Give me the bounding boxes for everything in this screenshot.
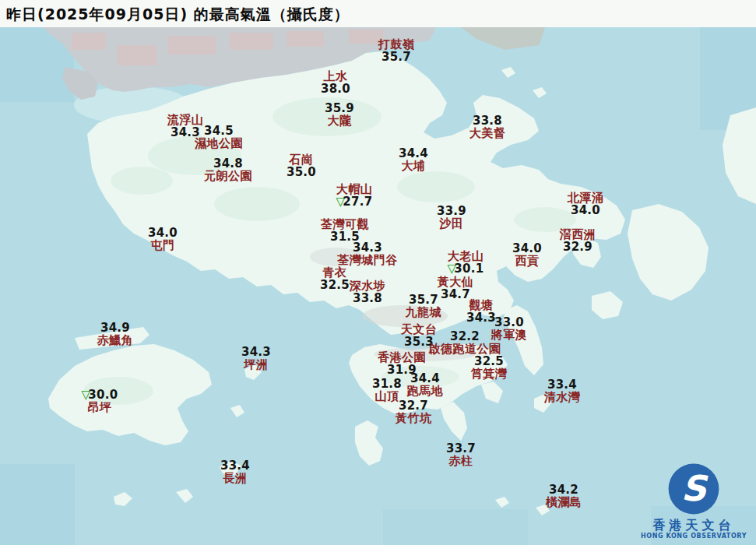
- station-temperature: 27.7: [343, 195, 372, 209]
- station-name: 長洲: [220, 472, 250, 484]
- station: 34.3 坪洲: [241, 346, 271, 371]
- svg-text:S: S: [681, 468, 709, 509]
- station-temp-line: 34.3: [337, 241, 398, 254]
- station-name: 香港公園: [378, 351, 426, 364]
- hko-logo: S 香港天文台 HONG KONG OBSERVATORY: [639, 461, 748, 540]
- station-temp-line: 33.4: [220, 459, 250, 472]
- station-temp-line: 34.0: [148, 227, 178, 239]
- station-name: 赤鱲角: [97, 334, 134, 346]
- station-name: 西貢: [512, 255, 542, 267]
- station-temp-line: 34.4: [399, 147, 428, 160]
- station: 33.9 沙田: [437, 205, 466, 230]
- station: 35.7 九龍城: [406, 294, 442, 318]
- station-temp-line: ▽30.0: [81, 389, 118, 401]
- station-temp-line: 32.5: [320, 279, 350, 291]
- station-name: 跑馬地: [407, 385, 444, 397]
- station: 33.7 赤柱: [446, 442, 476, 467]
- station-temp-line: 34.0: [568, 204, 604, 216]
- station: 北潭涌 34.0: [568, 192, 604, 216]
- station: 34.8 元朗公園: [204, 157, 252, 182]
- station-temp-line: 33.9: [437, 205, 466, 217]
- station-name: 青衣: [320, 266, 350, 279]
- station-name: 打鼓嶺: [378, 38, 415, 51]
- station-temperature: 30.1: [454, 262, 483, 276]
- station: 34.3 荃灣城門谷: [337, 241, 398, 266]
- station-name: 屯門: [148, 239, 178, 251]
- station-temp-line: 38.0: [321, 83, 350, 95]
- station-name: 將軍澳: [491, 329, 528, 341]
- station-name: 坪洲: [241, 358, 271, 371]
- station: 青衣 32.5: [320, 266, 350, 291]
- station: 34.0 屯門: [148, 227, 178, 251]
- station-temp-line: 35.7: [378, 51, 415, 63]
- station-name: 橫瀾島: [546, 496, 582, 508]
- station: 32.7 黃竹坑: [396, 399, 432, 424]
- station: ▽30.0 昂坪: [81, 389, 118, 413]
- station-name: 大埔: [399, 160, 428, 172]
- station-temperature: 32.5: [320, 278, 350, 292]
- station-temp-line: 35.0: [287, 166, 316, 178]
- station-name: 荃灣可觀: [321, 218, 369, 230]
- station-name: 黃大仙: [438, 276, 474, 288]
- station: 32.2 啟德跑道公園: [429, 330, 501, 355]
- station-name: 上水: [321, 70, 350, 83]
- max-temperature-map: 昨日(2025年09月05日) 的最高氣溫（攝氏度） 打鼓嶺 35.7 上水 3…: [0, 0, 756, 545]
- station-name: 九龍城: [406, 306, 442, 318]
- station: 33.4 清水灣: [544, 378, 581, 403]
- station: 34.2 橫瀾島: [546, 483, 582, 508]
- station-name: 滘西洲: [560, 228, 596, 241]
- station-temp-line: 34.3: [241, 346, 271, 358]
- station-temp-line: 34.2: [546, 483, 582, 496]
- station-name: 觀塘: [466, 299, 496, 311]
- station-name: 赤柱: [446, 455, 476, 467]
- station-temp-line: 35.7: [406, 294, 442, 306]
- station-temp-line: 32.9: [560, 241, 596, 253]
- hko-logo-english: HONG KONG OBSERVATORY: [639, 533, 748, 540]
- station-temp-line: 35.9: [325, 102, 354, 114]
- station: 打鼓嶺 35.7: [378, 38, 415, 63]
- station: 34.9 赤鱲角: [97, 322, 134, 346]
- station: 深水埗 33.8: [350, 280, 386, 304]
- station-temperature: 35.0: [287, 165, 316, 179]
- station-name: 沙田: [437, 217, 466, 230]
- station-name: 大老山: [447, 250, 483, 262]
- station: 34.0 西貢: [512, 242, 542, 267]
- station: 35.9 大隴: [325, 102, 354, 127]
- station: 33.8 大美督: [469, 114, 506, 139]
- station: 大老山 ▽30.1: [447, 250, 483, 275]
- station: 34.4 跑馬地: [407, 372, 444, 397]
- station-temperature: 33.8: [353, 291, 382, 305]
- station-temp-line: 34.9: [97, 322, 134, 334]
- station-name: 荃灣城門谷: [337, 254, 398, 266]
- hko-logo-chinese: 香港天文台: [639, 519, 748, 533]
- station-temperature: 35.7: [382, 50, 411, 64]
- station-temperature: 34.0: [571, 203, 600, 217]
- hko-logo-icon: S: [666, 461, 722, 517]
- station: 黃大仙 34.7: [438, 276, 474, 301]
- station-temp-line: 33.0: [491, 316, 528, 329]
- station-name: 元朗公園: [204, 170, 252, 182]
- station: 滘西洲 32.9: [560, 228, 596, 253]
- station-name: 昂坪: [81, 401, 118, 413]
- station-name: 濕地公園: [195, 137, 243, 149]
- station-temp-line: 31.8: [372, 378, 402, 390]
- station-name: 石崗: [287, 153, 316, 166]
- station-name: 大隴: [325, 114, 354, 127]
- station-temp-line: 32.2: [429, 330, 501, 343]
- station-temp-line: 32.7: [396, 399, 432, 412]
- station: 34.4 大埔: [399, 147, 428, 172]
- station-name: 北潭涌: [568, 192, 604, 204]
- station-temp-line: 33.8: [350, 292, 386, 304]
- station-temp-line: 33.8: [469, 114, 506, 127]
- station: 33.4 長洲: [220, 459, 250, 484]
- station-name: 深水埗: [350, 280, 386, 292]
- station-name: 筲箕灣: [471, 367, 508, 380]
- station-name: 黃竹坑: [396, 412, 432, 424]
- station-temp-line: 32.5: [471, 355, 508, 367]
- station-temp-line: 34.4: [407, 372, 444, 385]
- station-name: 清水灣: [544, 391, 581, 403]
- station-temp-line: 34.8: [204, 157, 252, 170]
- station-temperature: 32.9: [563, 240, 592, 254]
- station-name: 啟德跑道公園: [429, 343, 501, 355]
- station: 石崗 35.0: [287, 153, 316, 178]
